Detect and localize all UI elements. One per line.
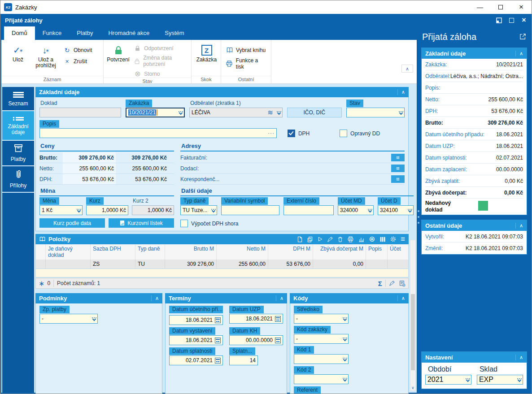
dropdown-icon[interactable] [178,111,182,114]
collapse-icon[interactable]: ∧ [397,89,405,95]
datum-splatnosti-field[interactable]: 02.07.2021 [169,355,223,365]
datum-vystaveni-field[interactable]: 18.06.2021 [169,335,223,345]
tab-platby[interactable]: Platby [69,26,100,40]
scrollbar-thumb[interactable] [411,294,415,370]
jump-zakazka-button[interactable]: Z Zakázka [194,42,219,76]
variabilni-symbol-field[interactable] [221,205,279,215]
save-and-view-button[interactable]: ↓∗ Ulož a prohlížej [32,42,60,76]
columns-icon[interactable] [379,236,386,242]
mena-field[interactable]: 1 Kč [39,205,83,215]
content-scrollbar[interactable]: ∨ [410,240,416,391]
more-icon[interactable]: ··· [268,130,275,136]
kod1-field[interactable] [294,354,349,364]
opravny-dd-checkbox[interactable] [340,130,347,137]
vypocet-dph-checkbox[interactable] [180,220,188,227]
collapse-icon[interactable]: ∧ [276,295,283,301]
dropdown-icon[interactable] [210,209,215,212]
datum-uzp-field[interactable]: 18.06.2021 [229,314,283,324]
ribbon-collapse-button[interactable]: ∧ [401,65,413,73]
datum-ucetniho-field[interactable]: 18.06.2021 [169,315,223,325]
stav-field[interactable] [346,108,405,117]
tab-hromadne-akce[interactable]: Hromadné akce [100,26,157,40]
inner-maximize-button[interactable] [508,17,515,23]
select-book-button[interactable]: Vybrat knihu [226,46,267,54]
splatnost-field[interactable]: 14 [229,355,258,365]
calendar-icon[interactable] [275,316,281,322]
chart-icon[interactable] [358,236,365,242]
dropdown-icon[interactable] [342,338,346,341]
collapse-icon[interactable]: ∧ [515,355,523,360]
kurzovni-listek-button[interactable]: Kurzovní lístek [109,218,174,228]
kurz-field[interactable]: 1,0000 Kč [86,205,128,215]
tab-system[interactable]: Systém [157,26,192,40]
sidebar-item-zakladni-udaje[interactable]: Základní údaje [2,111,34,140]
address-menu-button[interactable]: ≡ [391,175,405,183]
popis-field[interactable]: ··· [39,128,277,138]
filter-snowflake-icon[interactable]: ∗ [39,279,44,288]
dropdown-icon[interactable] [276,111,280,114]
sidebar-item-seznam[interactable]: Seznam [2,87,34,110]
calendar-icon[interactable] [215,317,221,323]
collapse-icon[interactable]: ∧ [515,223,523,229]
ucet-d-field[interactable]: 324100 [378,205,414,215]
refresh-button[interactable]: ↻ Obnovit [63,46,92,54]
panel-splitter[interactable] [418,210,419,228]
add-note-icon[interactable] [399,280,406,287]
minimize-button[interactable]: — [470,0,490,14]
address-menu-button[interactable]: ≡ [391,154,405,161]
ico-dic-button[interactable]: IČO, DIČ [287,108,342,117]
dropdown-icon[interactable] [367,209,371,212]
print-items-icon[interactable] [347,236,354,242]
copy-item-icon[interactable] [307,236,313,242]
sklad-field[interactable]: EXP [477,375,523,385]
calendar-icon[interactable] [215,358,221,364]
externi-cislo-field[interactable] [283,205,334,215]
datum-kh-field[interactable]: 00.00.0000 [229,335,283,345]
quick-edit-icon[interactable] [389,280,395,286]
maximize-button[interactable] [490,0,511,14]
typ-dane-field[interactable]: TU Tuze... [180,205,217,215]
kod2-field[interactable] [294,374,349,384]
dock-panel-button[interactable] [496,17,502,23]
kod-zakazky-field[interactable]: - [294,334,349,344]
edit-item-icon[interactable] [327,236,333,242]
zp-platby-field[interactable]: - [39,314,98,324]
confirm-button[interactable]: Potvrzení [106,42,130,78]
menu-icon[interactable]: ≡ [401,235,405,244]
dropdown-icon[interactable] [407,209,411,212]
new-item-icon[interactable] [297,236,303,242]
sidebar-item-platby[interactable]: Platby [2,141,34,165]
collapse-icon[interactable]: ∧ [151,295,159,301]
close-button[interactable]: × [511,0,532,14]
dropdown-icon[interactable] [342,358,346,361]
tab-domu[interactable]: Domů [4,26,35,40]
run-item-icon[interactable] [317,236,323,242]
wheel-icon[interactable] [369,236,375,242]
dropdown-icon[interactable] [91,317,96,320]
dropdown-icon[interactable] [76,209,80,212]
dph-checkbox[interactable] [288,130,295,137]
tab-funkce[interactable]: Funkce [35,26,70,40]
kurz-podle-data-button[interactable]: Kurz podle data [39,218,105,228]
odberatel-field[interactable]: LÉČIVA ≋ [189,108,283,117]
dropdown-icon[interactable] [465,378,469,381]
ucet-md-field[interactable]: 324000 [338,205,374,215]
calendar-icon[interactable] [275,338,281,343]
dropdown-icon[interactable] [342,317,346,320]
inner-close-button[interactable]: × [521,17,527,23]
collapse-icon[interactable]: ∧ [515,51,523,56]
dropdown-icon[interactable] [516,378,521,381]
sidebar-item-prilohy[interactable]: Přílohy [2,166,34,192]
scroll-down-icon[interactable]: ∨ [410,385,415,390]
open-external-icon[interactable] [519,32,526,42]
layers-icon[interactable]: ≋ [266,108,274,117]
stredisko-field[interactable]: - [294,314,349,324]
table-row[interactable]: ZS TU 309 276,00 255 600,00 53 676,00 0,… [36,260,408,268]
settings-gear-icon[interactable] [390,236,397,242]
calendar-icon[interactable] [215,338,221,343]
delete-item-icon[interactable] [337,236,343,242]
sum-icon[interactable]: Σ [378,280,382,287]
dropdown-icon[interactable] [342,378,346,381]
functions-print-button[interactable]: Funkce a tisk [226,57,267,70]
obdobi-field[interactable]: 2021 [425,375,471,385]
